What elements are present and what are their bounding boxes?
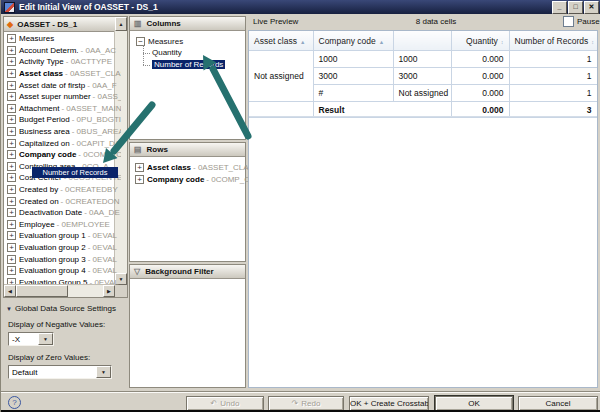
expand-icon[interactable] bbox=[7, 255, 16, 264]
scroll-right-button[interactable]: ▶ bbox=[103, 285, 115, 297]
ok-create-crosstab-button[interactable]: OK + Create Crosstab bbox=[349, 396, 429, 411]
columns-item-label: Number of Records bbox=[152, 60, 225, 69]
tree-field-measures[interactable]: Measures bbox=[5, 33, 121, 45]
expand-icon[interactable] bbox=[7, 57, 16, 66]
dropdown-arrow-icon[interactable]: ▼ bbox=[96, 366, 111, 378]
expand-icon[interactable] bbox=[7, 220, 16, 229]
minimize-button[interactable]: _ bbox=[552, 1, 567, 14]
field-tech-name: - 0AA_DE bbox=[84, 208, 120, 217]
columns-root-label: Measures bbox=[148, 37, 183, 46]
expand-icon[interactable] bbox=[7, 46, 16, 55]
cell: 1 bbox=[509, 51, 597, 68]
tree-field-asset-super-number[interactable]: Asset super number - 0ASS_ bbox=[5, 91, 121, 103]
dropdown-arrow-icon[interactable]: ▼ bbox=[38, 333, 53, 345]
expand-icon[interactable] bbox=[7, 243, 16, 252]
tree-field-attachment[interactable]: Attachment - 0ASSET_MAIN bbox=[5, 103, 121, 115]
expand-icon[interactable] bbox=[7, 162, 16, 171]
data-source-panel: ◆ OASSET - DS_1 ▲ ▼ MeasuresAccount Dete… bbox=[3, 16, 128, 298]
expand-icon[interactable] bbox=[7, 92, 16, 101]
redo-button: ↷Redo bbox=[268, 396, 344, 411]
rows-item-asset-class[interactable]: Asset class - 0ASSET_CLAS bbox=[133, 161, 245, 173]
negative-values-dropdown[interactable]: -X ▼ bbox=[8, 332, 54, 346]
field-name: Asset class bbox=[147, 163, 191, 172]
zero-values-dropdown[interactable]: Default ▼ bbox=[8, 365, 112, 379]
tree-field-evaluation-group-2[interactable]: Evaluation group 2 - 0EVAL bbox=[5, 242, 121, 254]
expand-icon[interactable] bbox=[7, 197, 16, 206]
column-header-asset-class[interactable]: Asset class▲ bbox=[249, 31, 313, 51]
background-filter-title: Background Filter bbox=[145, 267, 213, 276]
pause-refresh-checkbox[interactable] bbox=[563, 16, 574, 27]
ok-button[interactable]: OK bbox=[435, 396, 513, 411]
sort-asc-icon: ▲ bbox=[300, 39, 305, 45]
dialog-title: Edit Initial View of OASSET - DS_1 bbox=[19, 2, 158, 12]
columns-item-number-of-records[interactable]: Number of Records bbox=[140, 59, 245, 71]
expand-icon[interactable] bbox=[7, 139, 16, 148]
field-name: Asset date of firstp bbox=[19, 81, 85, 90]
tree-field-employee[interactable]: Employee - 0EMPLOYEE bbox=[5, 219, 121, 231]
tree-field-created-by[interactable]: Created by - 0CREATEDBY bbox=[5, 184, 121, 196]
expand-icon[interactable] bbox=[7, 104, 16, 113]
field-name: Attachment bbox=[19, 104, 59, 113]
cell: 0.000 bbox=[451, 68, 509, 85]
expand-icon[interactable] bbox=[7, 231, 16, 240]
expand-icon[interactable] bbox=[7, 81, 16, 90]
expand-icon[interactable] bbox=[7, 115, 16, 124]
expand-icon[interactable] bbox=[7, 266, 16, 275]
expand-icon[interactable] bbox=[7, 208, 16, 217]
field-name: Asset super number bbox=[19, 92, 91, 101]
tree-field-evaluation-group-4[interactable]: Evaluation group 4 - 0EVAL bbox=[5, 265, 121, 277]
expand-icon[interactable] bbox=[135, 163, 144, 172]
tree-field-evaluation-group-3[interactable]: Evaluation group 3 - 0EVAL bbox=[5, 253, 121, 265]
field-name: Company code bbox=[19, 150, 76, 159]
zero-values-value: Default bbox=[12, 367, 97, 378]
column-header-company-code[interactable]: Company code▲ bbox=[313, 31, 393, 51]
tree-field-activity-type[interactable]: Activity Type - 0ACTTYPE bbox=[5, 56, 121, 68]
rows-header: ▤ Rows bbox=[130, 143, 245, 157]
tree-field-deactivation-date[interactable]: Deactivation Date - 0AA_DE bbox=[5, 207, 121, 219]
help-icon[interactable]: ? bbox=[8, 396, 21, 409]
field-name: Budget Period bbox=[19, 115, 70, 124]
tree-field-asset-date-of-firstp[interactable]: Asset date of firstp - 0AA_F bbox=[5, 79, 121, 91]
expand-icon[interactable] bbox=[7, 173, 16, 182]
columns-measures-node[interactable]: Measures bbox=[134, 35, 245, 47]
field-tech-name: - 0CREATEDON bbox=[61, 197, 120, 206]
tree-field-capitalized-on[interactable]: Capitalized on - 0CAPIT_DA bbox=[5, 137, 121, 149]
expand-icon[interactable] bbox=[7, 69, 16, 78]
close-button[interactable]: ✕ bbox=[584, 1, 599, 14]
tree-field-budget-period[interactable]: Budget Period - 0PU_BDGTI bbox=[5, 114, 121, 126]
app-icon bbox=[4, 2, 15, 13]
tree-field-business-area[interactable]: Business area - 0BUS_AREA bbox=[5, 126, 121, 138]
global-settings-title: Global Data Source Settings bbox=[15, 304, 116, 313]
scroll-up-button[interactable]: ▲ bbox=[115, 17, 127, 31]
pause-refresh-control[interactable]: Pause Refres bbox=[563, 16, 600, 27]
rows-item-company-code[interactable]: Company code - 0COMP_COD bbox=[133, 173, 245, 185]
expand-icon[interactable] bbox=[7, 127, 16, 136]
global-settings-header[interactable]: ▼ Global Data Source Settings bbox=[6, 304, 128, 313]
expand-icon[interactable] bbox=[7, 150, 16, 159]
field-tech-name: - 0AA_AC bbox=[81, 46, 117, 55]
tree-field-asset-class[interactable]: Asset class - 0ASSET_CLAS bbox=[5, 68, 121, 80]
field-tech-name: - 0EVAL bbox=[88, 266, 117, 275]
column-header-blank[interactable] bbox=[393, 31, 451, 51]
column-header-quantity[interactable]: Quantity↕ bbox=[451, 31, 509, 51]
expand-icon[interactable] bbox=[135, 175, 144, 184]
preview-crosstab: Asset class▲Company code▲Quantity↕Number… bbox=[249, 31, 598, 118]
zero-values-label: Display of Zero Values: bbox=[8, 353, 128, 362]
cancel-button[interactable]: Cancel bbox=[518, 396, 598, 411]
cell: # bbox=[313, 85, 393, 102]
scroll-left-button[interactable]: ◀ bbox=[4, 285, 16, 297]
tree-field-company-code[interactable]: Company code - 0COMP_C bbox=[5, 149, 121, 161]
tree-field-created-on[interactable]: Created on - 0CREATEDON bbox=[5, 195, 121, 207]
button-label: Redo bbox=[301, 399, 320, 408]
tree-field-evaluation-group-1[interactable]: Evaluation group 1 - 0EVAL bbox=[5, 230, 121, 242]
expand-icon[interactable] bbox=[7, 34, 16, 43]
columns-item-quantity[interactable]: Quantity bbox=[140, 47, 245, 59]
horizontal-scroll-thumb[interactable] bbox=[16, 285, 68, 297]
cell: 1000 bbox=[393, 51, 451, 68]
live-preview-area: Asset class▲Company code▲Quantity↕Number… bbox=[248, 30, 598, 388]
tree-field-account-determ[interactable]: Account Determ. - 0AA_AC bbox=[5, 45, 121, 57]
column-header-number-of-records[interactable]: Number of Records↕ bbox=[509, 31, 597, 51]
maximize-button[interactable]: □ bbox=[568, 1, 583, 14]
expand-icon[interactable] bbox=[7, 185, 16, 194]
global-settings-section: ▼ Global Data Source Settings Display of… bbox=[3, 301, 128, 389]
